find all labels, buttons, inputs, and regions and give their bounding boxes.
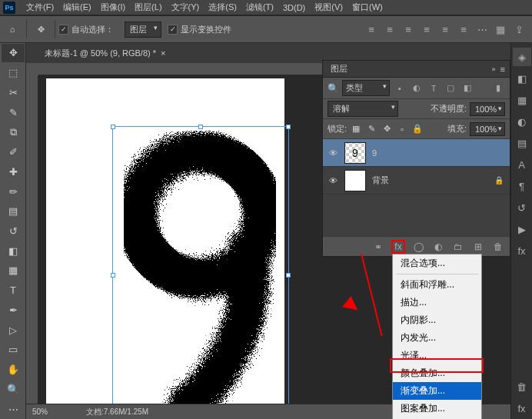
lock-pixels-icon[interactable]: ▦ [350,123,362,135]
paragraph-dock-icon[interactable]: ¶ [513,177,531,195]
fx-dock-icon[interactable]: fx [513,241,531,260]
eyedropper-tool[interactable]: ✐ [2,143,25,161]
handle-t[interactable] [198,125,203,129]
fx-inner-shadow[interactable]: 内阴影... [393,311,481,329]
handle-r[interactable] [286,273,291,278]
lock-all-icon[interactable]: 🔒 [411,123,424,135]
fx-button[interactable]: fx [391,240,405,254]
layers-tab-label[interactable]: 图层 [331,63,347,75]
pen-tool[interactable]: ✒ [2,301,25,320]
mask-icon[interactable]: ◯ [411,240,425,254]
color-dock-icon[interactable]: ◧ [513,69,531,88]
fx-stroke[interactable]: 描边... [393,294,481,311]
adjustment-layer-icon[interactable]: ◐ [431,240,445,254]
filter-adjust-icon[interactable]: ◐ [410,81,424,95]
menu-file[interactable]: 文件(F) [22,0,58,15]
actions-dock-icon[interactable]: ▶ [513,220,531,238]
share-icon[interactable]: ⇪ [510,21,527,38]
fill-dropdown[interactable]: 100% [470,122,505,136]
type-tool[interactable]: T [2,281,25,300]
zoom-tool[interactable]: 🔍 [2,380,25,398]
adjustments-dock-icon[interactable]: ◐ [513,112,531,131]
fx-dock-icon-2[interactable]: fx [513,399,531,417]
blend-mode-dropdown[interactable]: 溶解 [328,101,398,117]
menu-type[interactable]: 文字(Y) [167,0,204,15]
align-left-icon[interactable]: ≡ [418,21,435,38]
autoselect-target-dropdown[interactable]: 图层 [125,22,161,38]
lock-position-icon[interactable]: ✥ [381,123,393,135]
align-center-icon[interactable]: ≡ [437,21,454,38]
path-select-tool[interactable]: ▷ [2,321,25,339]
fx-inner-glow[interactable]: 内发光... [393,329,481,347]
menu-view[interactable]: 视图(V) [310,0,347,15]
distribute-icon[interactable]: ⋯ [474,21,490,38]
align-mid-icon[interactable]: ≡ [381,21,398,38]
menu-3d[interactable]: 3D(D) [278,2,310,14]
gradient-tool[interactable]: ▦ [2,261,25,280]
filter-pixel-icon[interactable]: ▪ [393,81,407,95]
healing-tool[interactable]: ✚ [2,162,25,181]
3d-mode-icon[interactable]: ▦ [492,21,509,38]
panel-menu-icon[interactable]: ≡ [500,65,505,74]
history-dock-icon[interactable]: ↺ [513,198,531,217]
handle-tr[interactable] [286,125,291,129]
delete-layer-icon[interactable]: 🗑 [491,240,505,254]
layer-row-bg[interactable]: 👁 背景 🔒 [323,167,510,195]
align-top-icon[interactable]: ≡ [363,21,380,38]
panel-collapse-icon[interactable]: » [492,65,496,73]
fx-satin[interactable]: 光泽... [393,347,481,364]
visibility-toggle-bg[interactable]: 👁 [326,176,340,185]
fx-pattern-overlay[interactable]: 图案叠加... [393,400,481,417]
layer-thumb-bg[interactable] [344,170,366,191]
menu-edit[interactable]: 编辑(E) [58,0,96,15]
fx-blend-options[interactable]: 混合选项... [393,254,481,272]
filter-toggle[interactable]: ▮ [491,81,505,95]
move-tool-icon[interactable]: ✥ [30,18,52,40]
zoom-status[interactable]: 50% [32,407,86,416]
fx-color-overlay[interactable]: 颜色叠加... [393,364,481,382]
lock-artboard-icon[interactable]: ▫ [396,123,408,135]
brush-tool[interactable]: ✏ [2,182,25,201]
quick-select-tool[interactable]: ✎ [2,103,25,121]
home-icon[interactable]: ⌂ [2,18,23,40]
align-right-icon[interactable]: ≡ [455,21,472,38]
filter-type-dropdown[interactable]: 类型 [342,80,390,96]
properties-dock-icon[interactable]: ▤ [513,134,531,152]
history-brush-tool[interactable]: ↺ [2,222,25,241]
lasso-tool[interactable]: ✂ [2,83,25,101]
layer-name-bg[interactable]: 背景 [372,175,389,186]
group-icon[interactable]: 🗀 [451,240,465,254]
lock-paint-icon[interactable]: ✎ [365,123,377,135]
crop-tool[interactable]: ⧉ [2,123,25,141]
layer-row-9[interactable]: 👁 9 9 [323,139,510,167]
clone-tool[interactable]: ▤ [2,202,25,221]
menu-window[interactable]: 窗口(W) [347,0,387,15]
trash-dock-icon[interactable]: 🗑 [513,377,531,396]
layer-thumb-9[interactable]: 9 [344,142,366,164]
close-tab-icon[interactable]: × [161,48,165,58]
marquee-tool[interactable]: ⬚ [2,64,25,82]
show-transform-checkbox[interactable]: ✓ [168,25,178,35]
filter-type-icon[interactable]: T [427,81,441,95]
eraser-tool[interactable]: ◧ [2,241,25,260]
filter-shape-icon[interactable]: ▢ [444,81,457,95]
menu-select[interactable]: 选择(S) [204,0,241,15]
handle-l[interactable] [111,273,115,278]
autoselect-checkbox[interactable]: ✓ [58,25,68,35]
hand-tool[interactable]: ✋ [2,361,25,379]
more-tools[interactable]: ⋯ [2,400,25,418]
fx-bevel[interactable]: 斜面和浮雕... [393,276,481,294]
handle-tl[interactable] [111,125,115,129]
new-layer-icon[interactable]: ⊞ [471,240,485,254]
transform-box[interactable] [112,126,289,404]
fx-gradient-overlay[interactable]: 渐变叠加... [393,382,481,400]
menu-filter[interactable]: 滤镜(T) [241,0,278,15]
swatches-dock-icon[interactable]: ▦ [513,91,531,109]
layers-dock-icon[interactable]: ◈ [513,48,531,66]
layer-name-9[interactable]: 9 [372,148,377,158]
opacity-dropdown[interactable]: 100% [470,102,505,116]
visibility-toggle-9[interactable]: 👁 [326,148,340,158]
character-dock-icon[interactable]: A [513,155,531,174]
menu-layer[interactable]: 图层(L) [130,0,166,15]
align-bot-icon[interactable]: ≡ [400,21,417,38]
